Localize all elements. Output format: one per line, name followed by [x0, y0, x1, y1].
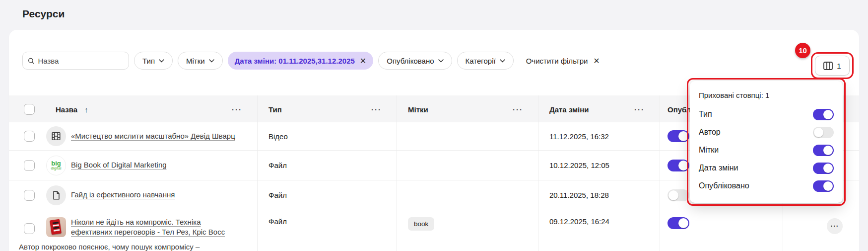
filter-categories-dropdown[interactable]: Категорії — [457, 52, 514, 70]
clear-filters-label: Очистити фільтри — [526, 57, 588, 65]
column-settings-button[interactable]: 1 — [815, 56, 850, 76]
filter-type-label: Тип — [142, 57, 155, 65]
filter-type-dropdown[interactable]: Тип — [134, 52, 173, 70]
popover-item-label: Тип — [699, 110, 712, 119]
header-name: Назва ↑ ··· — [9, 95, 258, 123]
column-menu-icon[interactable]: ··· — [232, 105, 242, 114]
resource-link[interactable]: Ніколи не йдіть на компроміс. Техніка еф… — [71, 217, 242, 238]
filter-tags-dropdown[interactable]: Мітки — [178, 52, 223, 70]
popover-item-label: Дата зміни — [699, 164, 738, 172]
modified-cell: 10.12.2025, 12:05 — [538, 151, 660, 180]
active-date-filter-chip[interactable]: Дата зміни: 01.11.2025,31.12.2025 ✕ — [228, 52, 374, 70]
popover-item-label: Автор — [699, 128, 721, 137]
chevron-down-icon — [209, 59, 214, 63]
column-toggle[interactable] — [813, 127, 834, 138]
resource-link[interactable]: «Мистецтво мислити масштабно» Девід Швар… — [71, 131, 235, 141]
hidden-columns-count: 1 — [837, 62, 841, 70]
popover-item-type: Тип — [699, 105, 834, 123]
row-actions-button[interactable]: ··· — [827, 218, 843, 234]
column-toggle[interactable] — [813, 145, 834, 156]
remove-date-filter-icon[interactable]: ✕ — [360, 56, 366, 66]
filter-toolbar: Тип Мітки Дата зміни: 01.11.2025,31.12.2… — [22, 52, 600, 70]
header-tags: Мітки ··· — [397, 95, 538, 123]
active-date-filter-label: Дата зміни: 01.11.2025,31.12.2025 — [235, 57, 355, 65]
row-checkbox[interactable] — [24, 131, 35, 142]
tags-cell — [397, 151, 538, 180]
select-all-checkbox[interactable] — [24, 104, 35, 115]
column-menu-icon[interactable]: ··· — [371, 105, 382, 114]
chevron-down-icon — [500, 59, 505, 63]
tags-cell: book — [397, 210, 538, 251]
type-cell: Файл — [258, 151, 397, 180]
column-menu-icon[interactable]: ··· — [634, 105, 645, 114]
search-input-wrapper[interactable] — [22, 52, 129, 70]
chevron-down-icon — [159, 59, 164, 63]
page-title: Ресурси — [22, 8, 868, 20]
tags-cell — [397, 180, 538, 210]
column-visibility-popover: Приховані стовпці: 1 Тип Автор Мітки Дат… — [690, 81, 843, 203]
table-row: Ніколи не йдіть на компроміс. Техніка еф… — [9, 210, 859, 251]
row-checkbox[interactable] — [24, 223, 35, 234]
modified-cell: 20.11.2025, 18:28 — [538, 180, 660, 210]
search-icon — [28, 57, 34, 65]
column-toggle[interactable] — [813, 163, 834, 174]
tag-badge[interactable]: book — [408, 217, 434, 231]
filter-published-dropdown[interactable]: Опубліковано — [378, 52, 452, 70]
thumbnail-logo-text: digital — [51, 167, 62, 170]
popover-item-modified: Дата зміни — [699, 159, 834, 177]
page-header: Ресурси — [0, 0, 868, 20]
popover-item-published: Опубліковано — [699, 177, 834, 195]
header-tags-label: Мітки — [408, 105, 428, 114]
column-toggle[interactable] — [813, 180, 834, 192]
header-name-label: Назва — [56, 105, 77, 114]
resource-link[interactable]: Big Book of Digital Marketing — [71, 160, 167, 170]
chevron-down-icon — [438, 59, 444, 63]
columns-icon — [823, 62, 833, 70]
filter-published-label: Опубліковано — [387, 57, 434, 65]
clear-filters-icon[interactable]: ✕ — [593, 56, 600, 66]
popover-title: Приховані стовпці: 1 — [699, 91, 834, 99]
clear-filters-button[interactable]: Очистити фільтри ✕ — [526, 56, 600, 66]
search-input[interactable] — [38, 57, 124, 65]
resource-link[interactable]: Гайд із ефективного навчання — [71, 190, 175, 200]
film-icon — [46, 126, 66, 146]
filter-categories-label: Категорії — [466, 57, 496, 65]
popover-item-tags: Мітки — [699, 141, 834, 159]
resource-description: Автор покроково пояснює, чому пошук комп… — [19, 243, 242, 251]
published-toggle[interactable] — [668, 130, 689, 142]
published-toggle[interactable] — [668, 217, 689, 229]
modified-cell: 11.12.2025, 16:32 — [538, 122, 660, 150]
header-type: Тип ··· — [258, 95, 397, 123]
published-toggle[interactable] — [668, 160, 689, 171]
column-toggle[interactable] — [813, 109, 834, 120]
published-toggle[interactable] — [668, 189, 689, 201]
sort-ascending-icon[interactable]: ↑ — [84, 105, 88, 114]
annotation-step-badge: 10 — [795, 43, 810, 58]
header-modified: Дата зміни ··· — [538, 95, 660, 123]
filter-tags-label: Мітки — [186, 57, 205, 65]
tags-cell — [397, 122, 538, 150]
popover-item-author: Автор — [699, 123, 834, 141]
modified-cell: 09.12.2025, 16:24 — [538, 210, 660, 251]
type-cell: Файл — [258, 210, 397, 251]
header-modified-label: Дата зміни — [549, 105, 589, 114]
row-checkbox[interactable] — [24, 160, 35, 171]
resource-thumbnail: big digital — [46, 156, 66, 175]
type-cell: Файл — [258, 180, 397, 210]
popover-item-label: Опубліковано — [699, 181, 749, 190]
row-checkbox[interactable] — [24, 190, 35, 201]
column-menu-icon[interactable]: ··· — [513, 105, 523, 114]
popover-item-label: Мітки — [699, 146, 719, 155]
book-cover-thumbnail — [46, 217, 66, 237]
header-type-label: Тип — [268, 105, 282, 114]
type-cell: Відео — [258, 122, 397, 150]
resources-card: Тип Мітки Дата зміни: 01.11.2025,31.12.2… — [9, 30, 859, 251]
more-icon: ··· — [831, 222, 839, 230]
document-icon — [46, 185, 66, 205]
